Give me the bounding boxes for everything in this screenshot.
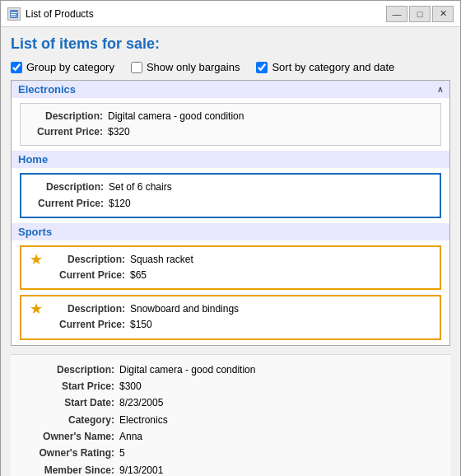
minimize-button[interactable]: — xyxy=(386,6,407,22)
svg-rect-2 xyxy=(11,14,16,15)
description-label: Description: xyxy=(29,109,103,124)
detail-value-start-price: $300 xyxy=(119,378,142,394)
detail-label-description: Description: xyxy=(24,362,114,378)
list-item[interactable]: Description: Set of 6 chairs Current Pri… xyxy=(20,173,441,217)
svg-rect-1 xyxy=(11,12,17,13)
detail-value-owner-name: Anna xyxy=(119,428,142,445)
detail-row-description: Description: Digital camera - good condi… xyxy=(24,362,437,378)
detail-row-owner-rating: Owner's Rating: 5 xyxy=(24,445,437,461)
detail-value-start-date: 8/23/2005 xyxy=(119,394,163,411)
chevron-up-icon: ∧ xyxy=(437,85,443,94)
page-heading: List of items for sale: xyxy=(11,35,450,53)
product-list: Electronics ∧ Description: Digital camer… xyxy=(11,80,450,346)
detail-value-member-since: 9/13/2001 xyxy=(119,462,163,476)
detail-value-description: Digital camera - good condition xyxy=(119,362,255,378)
detail-label-start-price: Start Price: xyxy=(24,378,114,394)
detail-label-start-date: Start Date: xyxy=(24,394,114,411)
toolbar: Group by category Show only bargains Sor… xyxy=(11,61,450,73)
item-price: $65 xyxy=(130,268,147,283)
item-description: Squash racket xyxy=(130,252,193,268)
detail-row-member-since: Member Since: 9/13/2001 xyxy=(24,462,437,476)
item-price: $320 xyxy=(108,124,130,140)
content-area: List of items for sale: Group by categor… xyxy=(1,27,460,476)
bargain-star-icon: ★ xyxy=(30,252,43,267)
title-bar: List of Products — □ ✕ xyxy=(1,1,460,27)
main-window: List of Products — □ ✕ List of items for… xyxy=(0,0,461,476)
sort-by-category-label[interactable]: Sort by category and date xyxy=(272,61,394,73)
detail-label-owner-name: Owner's Name: xyxy=(24,428,114,445)
detail-row-start-price: Start Price: $300 xyxy=(24,378,437,394)
detail-row-owner-name: Owner's Name: Anna xyxy=(24,428,437,445)
show-only-bargains-control: Show only bargains xyxy=(131,61,240,73)
description-label: Description: xyxy=(30,180,104,195)
category-name-electronics: Electronics xyxy=(18,83,76,96)
price-label: Current Price: xyxy=(51,317,125,333)
maximize-button[interactable]: □ xyxy=(409,6,431,22)
item-description: Digital camera - good condition xyxy=(108,109,244,124)
detail-row-category: Category: Electronics xyxy=(24,412,437,428)
detail-row-start-date: Start Date: 8/23/2005 xyxy=(24,394,437,411)
item-details: Description: Snowboard and bindings Curr… xyxy=(51,301,431,333)
window-icon xyxy=(7,7,21,21)
sort-by-category-checkbox[interactable] xyxy=(256,62,268,73)
title-buttons: — □ ✕ xyxy=(386,6,454,22)
show-only-bargains-checkbox[interactable] xyxy=(131,62,142,73)
item-details: Description: Squash racket Current Price… xyxy=(51,252,431,283)
detail-label-category: Category: xyxy=(24,412,114,428)
group-by-category-label[interactable]: Group by category xyxy=(26,61,114,73)
category-name-sports: Sports xyxy=(18,226,52,238)
window-title: List of Products xyxy=(26,8,94,20)
group-by-category-control: Group by category xyxy=(11,61,114,73)
list-item[interactable]: ★ Description: Squash racket Current Pri… xyxy=(20,245,441,290)
title-bar-left: List of Products xyxy=(7,7,94,21)
category-name-home: Home xyxy=(18,153,48,166)
group-by-category-checkbox[interactable] xyxy=(11,62,22,73)
description-label: Description: xyxy=(51,301,125,317)
price-label: Current Price: xyxy=(51,268,125,283)
item-description: Snowboard and bindings xyxy=(130,301,239,317)
list-item[interactable]: Description: Digital camera - good condi… xyxy=(20,103,441,146)
detail-value-category: Electronics xyxy=(119,412,168,428)
item-description: Set of 6 chairs xyxy=(109,180,172,195)
item-price: $120 xyxy=(109,196,131,212)
close-button[interactable]: ✕ xyxy=(432,6,454,22)
detail-value-owner-rating: 5 xyxy=(119,445,125,461)
category-header-sports[interactable]: Sports xyxy=(12,223,449,240)
detail-label-owner-rating: Owner's Rating: xyxy=(24,445,114,461)
item-price: $150 xyxy=(130,317,152,333)
price-label: Current Price: xyxy=(30,196,104,212)
category-header-electronics[interactable]: Electronics ∧ xyxy=(12,81,449,98)
price-label: Current Price: xyxy=(29,124,103,140)
detail-panel: Description: Digital camera - good condi… xyxy=(11,354,450,477)
list-item[interactable]: ★ Description: Snowboard and bindings Cu… xyxy=(20,295,441,339)
show-only-bargains-label[interactable]: Show only bargains xyxy=(147,61,240,73)
sort-by-category-control: Sort by category and date xyxy=(256,61,394,73)
detail-label-member-since: Member Since: xyxy=(24,462,114,476)
category-header-home[interactable]: Home xyxy=(12,151,449,168)
description-label: Description: xyxy=(51,252,125,268)
svg-rect-3 xyxy=(11,16,16,16)
bargain-star-icon: ★ xyxy=(30,301,43,316)
